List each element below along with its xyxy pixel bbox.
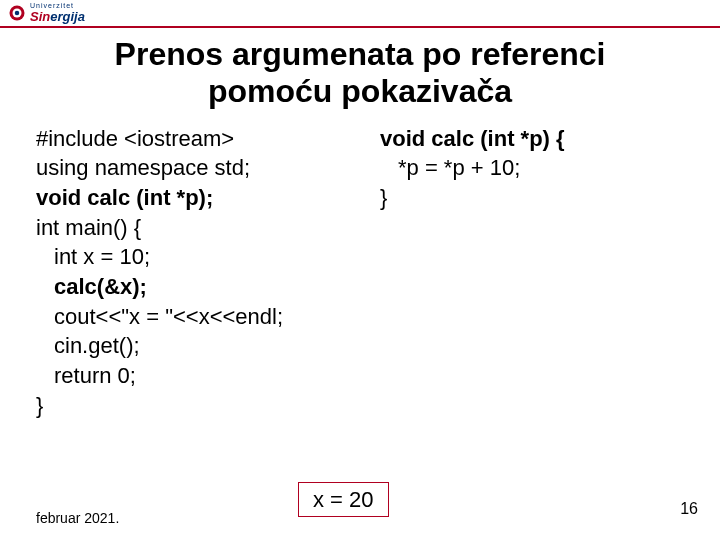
logo-caption: Univerzitet (30, 2, 85, 9)
title-line-1: Prenos argumenata po referenci (115, 36, 606, 72)
logo-name-b: ergija (50, 9, 85, 24)
logo-bar: Univerzitet Sinergija (0, 0, 720, 28)
logo-name-a: Sin (30, 9, 50, 24)
code-line: int x = 10; (36, 242, 376, 272)
code-line: calc(&x); (36, 272, 376, 302)
code-line: } (36, 391, 376, 421)
output-box: x = 20 (298, 482, 389, 518)
logo: Univerzitet Sinergija (8, 2, 85, 24)
page-number: 16 (680, 500, 698, 518)
education-icon (8, 4, 26, 22)
code-line: void calc (int *p) { (380, 124, 680, 154)
code-line: using namespace std; (36, 153, 376, 183)
logo-text-block: Univerzitet Sinergija (30, 2, 85, 24)
logo-name: Sinergija (30, 9, 85, 24)
code-line: } (380, 183, 680, 213)
code-line: int main() { (36, 213, 376, 243)
code-left-column: #include <iostream> using namespace std;… (36, 124, 376, 421)
code-line: return 0; (36, 361, 376, 391)
code-line: cin.get(); (36, 331, 376, 361)
code-right-column: void calc (int *p) { *p = *p + 10; } (380, 124, 680, 213)
slide-content: #include <iostream> using namespace std;… (0, 124, 720, 421)
slide-title: Prenos argumenata po referenci pomoću po… (40, 36, 680, 110)
code-line: void calc (int *p); (36, 183, 376, 213)
title-line-2: pomoću pokazivača (208, 73, 512, 109)
code-line: cout<<"x = "<<x<<endl; (36, 302, 376, 332)
code-line: *p = *p + 10; (380, 153, 680, 183)
footer-date: februar 2021. (36, 510, 119, 526)
code-line: #include <iostream> (36, 124, 376, 154)
svg-point-2 (15, 11, 20, 16)
